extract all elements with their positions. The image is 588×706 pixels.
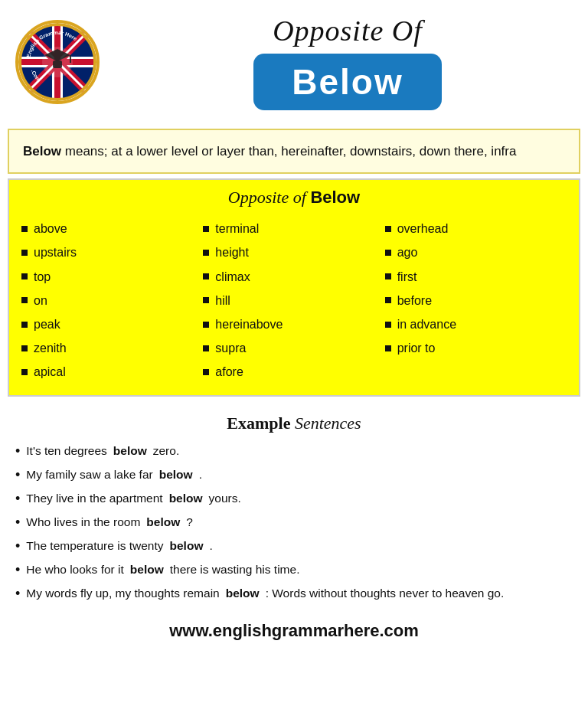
examples-title: Example Sentences: [15, 413, 573, 433]
list-item: in advance: [385, 314, 567, 335]
opposite-word: overhead: [397, 218, 449, 239]
keyword: below: [226, 583, 260, 603]
opposite-word: prior to: [397, 338, 436, 358]
opposites-section: Opposite of Below above upstairs top on …: [8, 178, 580, 396]
list-item: overhead: [385, 218, 567, 239]
opposite-word: climax: [215, 266, 250, 287]
bullet-icon: [385, 250, 391, 256]
opposite-word: on: [34, 290, 47, 311]
list-item: climax: [203, 266, 384, 287]
list-item: Who lives in the room below?: [15, 512, 573, 533]
bullet-icon: [385, 322, 391, 328]
svg-rect-13: [53, 60, 62, 68]
keyword: below: [146, 512, 180, 532]
keyword: below: [170, 536, 204, 556]
list-item: zenith: [21, 338, 203, 358]
opposites-col-1: above upstairs top on peak zenith apical: [21, 218, 203, 382]
title-area: Opposite Of Below: [122, 14, 573, 110]
bullet-icon: [385, 345, 391, 351]
page-title: Opposite Of: [273, 14, 423, 47]
list-item: on: [21, 290, 203, 311]
list-item: hill: [203, 290, 384, 311]
word-badge: Below: [253, 54, 441, 110]
list-item: above: [21, 218, 203, 239]
keyword: below: [169, 489, 203, 508]
list-item: He who looks for it below there is wasti…: [15, 560, 573, 580]
list-item: My words fly up, my thoughts remain belo…: [15, 583, 573, 604]
examples-title-bold: Example: [227, 413, 290, 433]
list-item: They live in the apartment below yours.: [15, 489, 573, 509]
bullet-icon: [21, 297, 28, 303]
list-item: height: [203, 242, 384, 263]
bullet-icon: [203, 369, 209, 375]
opposite-word: above: [34, 218, 67, 239]
definition-text: means; at a lower level or layer than, h…: [61, 144, 516, 159]
keyword: below: [159, 465, 193, 485]
opposite-word: afore: [215, 361, 243, 382]
bullet-icon: [21, 250, 28, 256]
logo: English Grammar Here .Com: [15, 20, 100, 104]
opposite-word: height: [215, 242, 249, 263]
bullet-icon: [203, 297, 209, 303]
list-item: The temperature is twenty below.: [15, 536, 573, 557]
footer-url: www.englishgrammarhere.com: [0, 615, 588, 649]
bullet-icon: [21, 226, 28, 232]
opposite-word: hereinabove: [215, 314, 283, 335]
definition-section: Below means; at a lower level or layer t…: [8, 129, 580, 174]
list-item: hereinabove: [203, 314, 384, 335]
list-item: It's ten degrees below zero.: [15, 441, 573, 462]
list-item: afore: [203, 361, 384, 382]
opposite-word: zenith: [34, 338, 67, 358]
list-item: top: [21, 266, 203, 287]
list-item: peak: [21, 314, 203, 335]
opposites-col-3: overhead ago first before in advance pri…: [385, 218, 567, 382]
bullet-icon: [203, 322, 209, 328]
list-item: terminal: [203, 218, 384, 239]
keyword: below: [113, 441, 147, 461]
bullet-icon: [21, 369, 28, 375]
opposites-grid: above upstairs top on peak zenith apical…: [21, 218, 567, 382]
opposite-word: top: [34, 266, 51, 287]
opposites-heading-word: Below: [310, 188, 360, 207]
bullet-icon: [203, 250, 209, 256]
opposites-heading: Opposite of Below: [21, 188, 567, 208]
bullet-icon: [21, 322, 28, 328]
list-item: first: [385, 266, 567, 287]
bullet-icon: [21, 345, 28, 351]
bullet-icon: [21, 273, 28, 279]
list-item: My family saw a lake far below.: [15, 465, 573, 485]
opposite-word: terminal: [215, 218, 259, 239]
bullet-icon: [203, 226, 209, 232]
definition-word: Below: [23, 144, 61, 159]
opposite-word: supra: [215, 338, 246, 358]
examples-section: Example Sentences It's ten degrees below…: [0, 404, 588, 615]
header-section: English Grammar Here .Com Opposite Of Be…: [0, 0, 588, 118]
opposite-word: in advance: [397, 314, 456, 335]
list-item: prior to: [385, 338, 567, 358]
opposite-word: apical: [34, 361, 66, 382]
bullet-icon: [203, 345, 209, 351]
list-item: ago: [385, 242, 567, 263]
opposites-col-2: terminal height climax hill hereinabove …: [203, 218, 384, 382]
bullet-icon: [385, 273, 391, 279]
opposite-word: first: [397, 266, 417, 287]
list-item: before: [385, 290, 567, 311]
opposite-word: before: [397, 290, 432, 311]
keyword: below: [130, 560, 164, 580]
list-item: apical: [21, 361, 203, 382]
page-wrapper: English Grammar Here .Com Opposite Of Be…: [0, 0, 588, 664]
opposite-word: peak: [34, 314, 60, 335]
list-item: supra: [203, 338, 384, 358]
bullet-icon: [385, 226, 391, 232]
bullet-icon: [203, 273, 209, 279]
example-list: It's ten degrees below zero. My family s…: [15, 441, 573, 604]
bullet-icon: [385, 297, 391, 303]
opposite-word: upstairs: [34, 242, 77, 263]
list-item: upstairs: [21, 242, 203, 263]
opposite-word: ago: [397, 242, 418, 263]
opposite-word: hill: [215, 290, 230, 311]
